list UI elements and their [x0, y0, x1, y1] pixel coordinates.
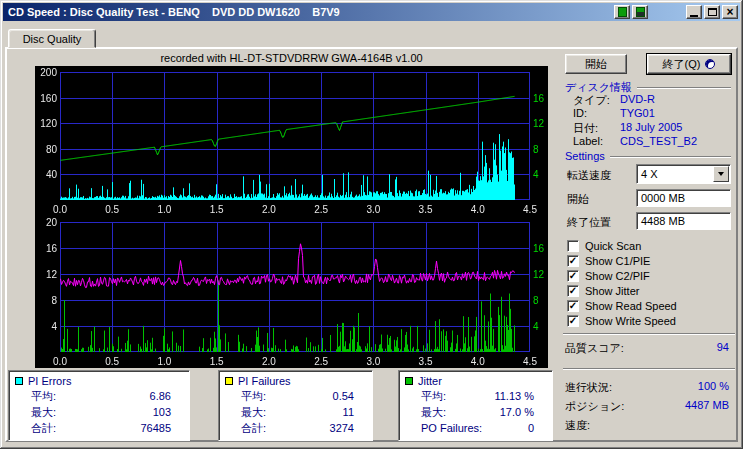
- jitter-stats-box: Jitter 平均:11.13 % 最大:17.0 % PO Failures:…: [398, 370, 553, 441]
- stat-row: 最大:17.0 %: [399, 404, 552, 420]
- checkbox-quick-scan[interactable]: Quick Scan: [567, 239, 641, 252]
- axis-tick: 1.0: [151, 204, 177, 215]
- axis-tick: 1.5: [204, 204, 230, 215]
- quality-graphs-panel: 2001601208040161284201612841612840.00.00…: [35, 66, 548, 368]
- axis-tick: 200: [35, 67, 57, 78]
- axis-tick: 3.5: [413, 356, 439, 367]
- quality-score-label: 品質スコア:: [565, 341, 624, 356]
- checkbox-show-c1-pie[interactable]: ✓ Show C1/PIE: [567, 254, 650, 267]
- axis-tick: 2.5: [308, 356, 334, 367]
- axis-labels: 2001601208040161284201612841612840.00.00…: [35, 66, 548, 368]
- jitter-label: Jitter: [418, 375, 442, 387]
- axis-tick: 0.5: [99, 356, 125, 367]
- start-button[interactable]: 開始: [565, 54, 627, 74]
- axis-tick: 12: [533, 269, 551, 280]
- stat-row: PO Failures:0: [399, 420, 552, 436]
- axis-tick: 1.5: [204, 356, 230, 367]
- axis-tick: 40: [35, 169, 57, 180]
- axis-tick: 0.0: [47, 356, 73, 367]
- axis-tick: 20: [35, 217, 57, 228]
- axis-tick: 16: [35, 243, 57, 254]
- divider: [610, 156, 731, 157]
- tab-label: Disc Quality: [23, 33, 82, 45]
- checkbox-show-jitter[interactable]: ✓ Show Jitter: [567, 284, 639, 297]
- speed-label: 速度:: [565, 418, 590, 433]
- maximize-button[interactable]: [704, 5, 720, 19]
- stat-row: 最大:103: [9, 404, 189, 420]
- app-window: CD Speed : Disc Quality Test - BENQ DVD …: [0, 0, 743, 449]
- checkbox-box[interactable]: [567, 240, 579, 252]
- axis-tick: 2.5: [308, 204, 334, 215]
- axis-tick: 4: [533, 321, 551, 332]
- axis-tick: 4: [533, 169, 551, 180]
- titlebar-green-icon-2[interactable]: [632, 5, 648, 19]
- disc-label-label: Label:: [573, 135, 603, 147]
- axis-tick: 2.0: [256, 356, 282, 367]
- stat-row: 平均:0.54: [219, 388, 372, 404]
- stop-button[interactable]: 終了(Q): [647, 54, 731, 74]
- stat-row: 平均:6.86: [9, 388, 189, 404]
- green-sheet-icon: [618, 7, 627, 17]
- progress-value: 100 %: [698, 380, 729, 392]
- stat-row: 合計:76485: [9, 420, 189, 436]
- divider: [563, 368, 735, 369]
- green-sheet-dark-icon: [636, 7, 645, 17]
- titlebar[interactable]: CD Speed : Disc Quality Test - BENQ DVD …: [3, 3, 740, 21]
- stat-row: 最大:11: [219, 404, 372, 420]
- axis-tick: 12: [533, 118, 551, 129]
- close-button[interactable]: ×: [722, 5, 738, 19]
- start-position-field[interactable]: 0000 MB: [636, 189, 731, 207]
- axis-tick: 4: [35, 321, 57, 332]
- axis-tick: 120: [35, 118, 57, 129]
- tab-disc-quality[interactable]: Disc Quality: [8, 29, 96, 48]
- axis-tick: 3.0: [360, 204, 386, 215]
- axis-tick: 8: [533, 295, 551, 306]
- axis-tick: 4.0: [465, 204, 491, 215]
- speed-select-value: 4 X: [637, 168, 712, 180]
- checkbox-box[interactable]: ✓: [567, 255, 579, 267]
- disc-id-value: TYG01: [620, 107, 655, 119]
- pi-errors-stats-box: PI Errors 平均:6.86 最大:103 合計:76485: [8, 370, 190, 441]
- minimize-button[interactable]: [686, 5, 702, 19]
- position-value: 4487 MB: [685, 399, 729, 411]
- checkbox-box[interactable]: ✓: [567, 285, 579, 297]
- divider: [637, 87, 731, 88]
- titlebar-green-icon-1[interactable]: [614, 5, 630, 19]
- axis-tick: 0.5: [99, 204, 125, 215]
- maximize-icon: [708, 8, 717, 16]
- checkbox-box[interactable]: ✓: [567, 315, 579, 327]
- jitter-swatch: [405, 377, 413, 385]
- checkbox-show-c2-pif[interactable]: ✓ Show C2/PIF: [567, 269, 650, 282]
- axis-tick: 2.0: [256, 204, 282, 215]
- checkbox-box[interactable]: ✓: [567, 300, 579, 312]
- axis-tick: 4.5: [517, 356, 543, 367]
- axis-tick: 8: [533, 144, 551, 155]
- axis-tick: 0.0: [47, 204, 73, 215]
- checkbox-show-write-speed[interactable]: ✓ Show Write Speed: [567, 314, 676, 327]
- checkbox-show-read-speed[interactable]: ✓ Show Read Speed: [567, 299, 677, 312]
- disc-date-value: 18 July 2005: [620, 121, 682, 133]
- axis-tick: 4.0: [465, 356, 491, 367]
- progress-label: 進行状況:: [565, 380, 612, 395]
- disc-type-value: DVD-R: [620, 93, 655, 105]
- stat-row: 平均:11.13 %: [399, 388, 552, 404]
- axis-tick: 3.5: [413, 204, 439, 215]
- minimize-icon: [690, 15, 698, 17]
- pi-failures-label: PI Failures: [238, 375, 291, 387]
- speed-select[interactable]: 4 X: [636, 164, 731, 184]
- disc-date-label: 日付:: [573, 121, 598, 136]
- position-label: ポジション:: [565, 399, 624, 414]
- axis-tick: 4.5: [517, 204, 543, 215]
- checkbox-box[interactable]: ✓: [567, 270, 579, 282]
- chevron-down-icon[interactable]: [713, 166, 729, 182]
- axis-tick: 12: [35, 269, 57, 280]
- axis-tick: 80: [35, 144, 57, 155]
- start-position-label: 開始: [567, 192, 589, 207]
- end-position-field[interactable]: 4488 MB: [636, 212, 731, 230]
- close-icon: ×: [726, 6, 733, 18]
- stop-clock-icon: [705, 59, 715, 69]
- stat-row: 合計:3274: [219, 420, 372, 436]
- quality-score-value: 94: [717, 341, 729, 353]
- pi-failures-swatch: [225, 377, 233, 385]
- window-title: CD Speed : Disc Quality Test - BENQ DVD …: [8, 6, 612, 18]
